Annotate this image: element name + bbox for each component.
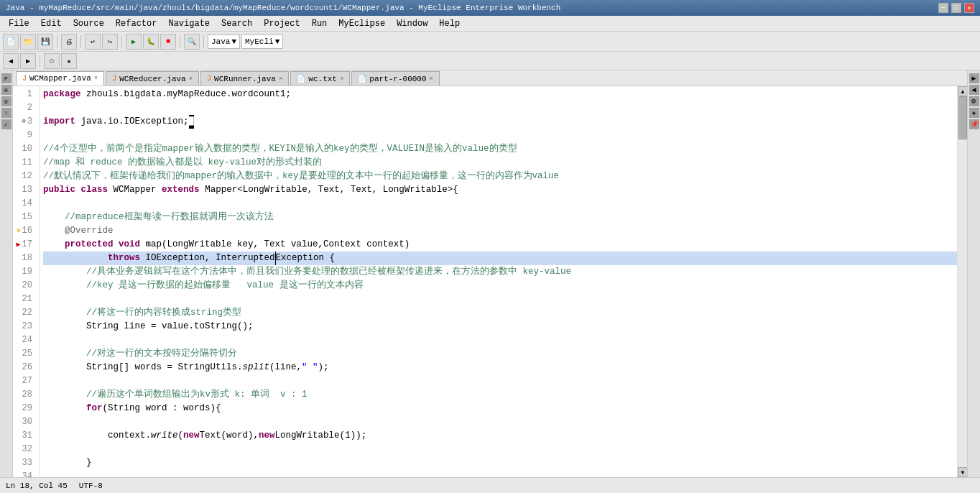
stop-button[interactable]: ■ [160,34,176,50]
text-file-icon: 📄 [297,75,305,83]
code-line-30 [43,415,957,429]
menu-refactor[interactable]: Refactor [110,17,163,30]
code-line-9 [43,129,957,142]
myeclipse-dropdown[interactable]: MyEcli▼ [241,34,283,49]
close-button[interactable]: ✕ [964,3,974,13]
linenum-32: 32 [13,443,35,456]
linenum-19: 19 [13,265,35,279]
linenum-14: 14 [13,197,35,211]
code-line-14 [43,197,957,211]
tab-wcmapper[interactable]: J WCMapper.java × [16,71,104,86]
linenum-23: 23 [13,320,35,333]
tab-wcreducer-close[interactable]: × [189,75,193,83]
tab-wctxt-close[interactable]: × [340,75,343,83]
linenum-24: 24 [13,333,35,347]
code-line-12: //默认情况下，框架传递给我们的mapper的输入数据中，key是要处理的文本中… [43,170,957,183]
undo-button[interactable]: ↩ [85,34,101,50]
new-button[interactable]: 📄 [3,34,19,50]
maximize-button[interactable]: □ [951,3,961,13]
tab-wcreducer[interactable]: J WCReducer.java × [106,71,199,86]
code-line-29: for(String word : words){ [43,402,957,415]
toolbar2-sep1 [40,55,40,68]
code-line-10: //4个泛型中，前两个是指定mapper输入数据的类型，KEYIN是输入的key… [43,142,957,156]
menu-source[interactable]: Source [68,17,110,30]
save-button[interactable]: 💾 [37,34,53,50]
right-sidebar-icon3[interactable]: ⚙ [969,96,979,106]
code-editor[interactable]: 1 2 ⊕3 9 10 11 12 13 14 15 ⊕16 ▶17 18 19… [13,86,967,477]
redo-button[interactable]: ↪ [102,34,118,50]
linenum-16: ⊕16 [13,224,35,238]
toolbar-sep4 [180,35,180,48]
window-title: Java - myMapReduce/src/main/java/zhouls/… [6,4,560,12]
right-sidebar-icon2[interactable]: ◀ [969,85,979,95]
linenum-33: 33 [13,456,35,470]
menu-edit[interactable]: Edit [35,17,68,30]
tab-wcrunner-close[interactable]: × [279,75,282,83]
problems-icon[interactable]: ! [1,108,11,118]
scroll-track[interactable] [958,96,967,467]
menu-navigate[interactable]: Navigate [162,17,216,30]
linenum-31: 31 [13,429,35,443]
right-sidebar-icon1[interactable]: ▶ [969,73,979,83]
menu-myeclipse[interactable]: MyEclipse [333,17,391,30]
navigate-home-button[interactable]: ⌂ [44,53,60,69]
code-line-22: //将这一行的内容转换成string类型 [43,306,957,320]
tab-partr-close[interactable]: × [430,75,433,83]
left-sidebar: P H O ! ✓ [0,70,13,477]
scroll-up-button[interactable]: ▲ [958,86,967,96]
package-explorer-icon[interactable]: P [1,73,11,83]
keyword-package: package [43,88,81,101]
code-line-31: context.write(new Text(word), new LongWr… [43,429,957,443]
debug-button[interactable]: 🐛 [143,34,159,50]
open-button[interactable]: 📁 [20,34,36,50]
menu-window[interactable]: Window [391,17,433,30]
code-line-2 [43,101,957,115]
bookmark-button[interactable]: ★ [61,53,77,69]
menu-run[interactable]: Run [306,17,333,30]
tab-partr-label: part-r-00000 [369,75,426,83]
tab-partr[interactable]: 📄 part-r-00000 × [351,71,440,86]
menu-file[interactable]: File [3,17,35,30]
code-content[interactable]: package zhouls.bigdata.myMapReduce.wordc… [40,86,957,477]
hierarchy-icon[interactable]: H [1,85,11,95]
print-button[interactable]: 🖨 [61,34,77,50]
run-button[interactable]: ▶ [126,34,142,50]
code-line-21 [43,292,957,306]
code-line-20: //key 是这一行数据的起始偏移量 value 是这一行的文本内容 [43,279,957,292]
minimize-button[interactable]: ─ [938,3,948,13]
linenum-2: 2 [13,101,35,115]
tab-wctxt[interactable]: 📄 wc.txt × [290,71,350,86]
status-bar: Ln 18, Col 45 UTF-8 [0,477,980,493]
tab-wcmapper-close[interactable]: × [94,75,98,82]
linenum-17: ▶17 [13,238,35,252]
right-sidebar-icon5[interactable]: 📌 [969,119,979,129]
code-line-25: //对这一行的文本按特定分隔符切分 [43,347,957,361]
outline-icon[interactable]: O [1,96,11,106]
code-line-1: package zhouls.bigdata.myMapReduce.wordc… [43,88,957,101]
tasks-icon[interactable]: ✓ [1,119,11,129]
tab-wctxt-label: wc.txt [308,75,337,83]
tab-wcrunner[interactable]: J WCRunner.java × [200,71,289,86]
scroll-down-button[interactable]: ▼ [958,467,967,477]
search-button[interactable]: 🔍 [184,34,200,50]
linenum-12: 12 [13,170,35,183]
code-line-17: protected void map(LongWritable key, Tex… [43,238,957,252]
perspective-dropdown[interactable]: Java▼ [208,34,240,49]
menu-search[interactable]: Search [216,17,258,30]
code-line-32 [43,443,957,456]
code-line-3: import java.io.IOException;█ [43,115,957,129]
code-line-18: throws IOException, InterruptedException… [43,252,957,265]
cursor: █ [189,115,194,129]
back-button[interactable]: ◀ [3,53,19,69]
menu-help[interactable]: Help [433,17,466,30]
scroll-thumb[interactable] [958,96,967,139]
forward-button[interactable]: ▶ [20,53,36,69]
right-sidebar-icon4[interactable]: ★ [969,108,979,118]
vertical-scrollbar[interactable]: ▲ ▼ [957,86,967,477]
code-line-11: //map 和 reduce 的数据输入都是以 key-value对的形式封装的 [43,156,957,170]
menu-project[interactable]: Project [258,17,305,30]
window-controls[interactable]: ─ □ ✕ [938,3,974,13]
code-line-33: } [43,456,957,470]
code-line-28: //遍历这个单词数组输出为kv形式 k: 单词 v : 1 [43,388,957,402]
line-numbers: 1 2 ⊕3 9 10 11 12 13 14 15 ⊕16 ▶17 18 19… [13,86,40,477]
